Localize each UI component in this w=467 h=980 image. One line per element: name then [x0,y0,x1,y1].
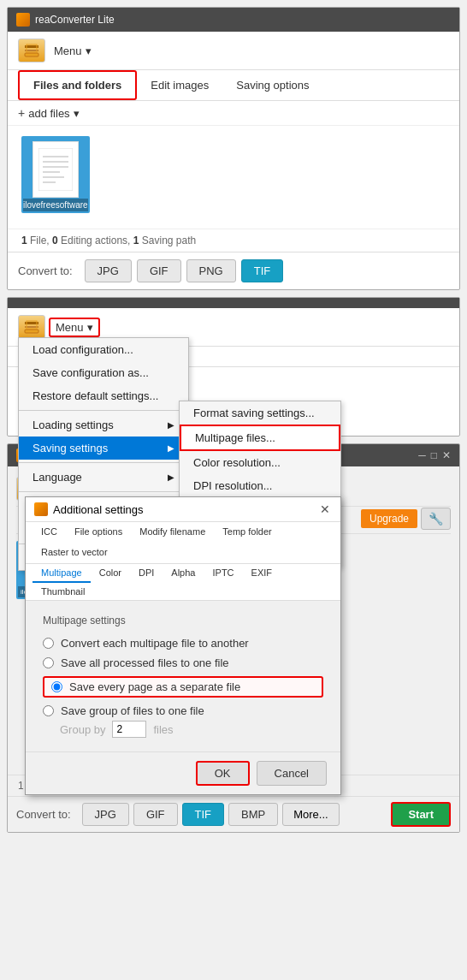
additional-settings-dialog: Additional settings ✕ ICC File options M… [25,496,341,795]
dialog-content: Multipage settings Convert each multipag… [26,601,340,751]
menu-button-2[interactable]: Menu ▾ [49,318,100,337]
menu-item-load-config[interactable]: Load configuration... [19,338,188,361]
dialog-tab-file-options[interactable]: File options [66,522,131,543]
s3-convert-bar: Convert to: JPG GIF TIF BMP More... Star… [8,796,459,832]
radio-save-all-one[interactable]: Save all processed files to one file [43,656,323,669]
dialog-tab-multipage[interactable]: Multipage [33,564,91,583]
format-tif-1[interactable]: TIF [241,259,284,282]
wrench-button[interactable]: 🔧 [421,508,451,530]
group-by-input[interactable] [112,721,146,738]
menu-arrow-language: ▶ [168,472,174,482]
add-files-bar-1: + add files ▾ [8,101,459,126]
submenu-color-resolution[interactable]: Color resolution... [180,451,340,474]
file-name-1: ilovefreesoftware.tif [23,199,88,211]
radio-group-multipage: Convert each multipage file to another S… [43,637,323,717]
upgrade-badge[interactable]: Upgrade [361,509,417,528]
radio-save-all-one-label: Save all processed files to one file [61,656,229,669]
dialog-tab-color[interactable]: Color [91,564,130,583]
add-files-button-1[interactable]: + add files ▾ [18,106,80,120]
menu-item-loading-settings[interactable]: Loading settings ▶ [19,413,188,437]
radio-convert-each-input[interactable] [43,638,54,649]
menu-arrow-loading: ▶ [168,420,174,430]
dialog-tab-temp-folder[interactable]: Temp folder [214,522,280,543]
add-files-label-1: add files [28,107,69,120]
tab-edit-images-1[interactable]: Edit images [137,72,222,98]
section2-window: Menu ▾ Files Saving options Load configu… [7,297,460,437]
radio-save-group[interactable]: Save group of files to one file [43,704,323,717]
dialog-tab-exif[interactable]: EXIF [243,564,281,583]
menu-item-load-config-label: Load configuration... [33,343,133,356]
status-file-count-1: 1 [21,235,27,246]
toolbar-1: Menu ▾ [8,32,459,70]
dialog-tab-alpha[interactable]: Alpha [163,564,204,583]
dialog-cancel-button[interactable]: Cancel [257,761,327,786]
add-files-arrow-1: ▾ [74,107,80,120]
status-bar-1: 1 File, 0 Editing actions, 1 Saving path [8,229,459,252]
menu-button-1[interactable]: Menu ▾ [49,43,97,59]
app-title-1: reaConverter Lite [35,14,115,26]
nav-tabs-1: Files and folders Edit images Saving opt… [8,70,459,101]
status-editing-1: 0 [52,235,58,246]
submenu-multipage-label: Multipage files... [195,431,275,444]
dialog-tab-modify-filename[interactable]: Modify filename [131,522,214,543]
menu-label-1: Menu [54,45,82,57]
menu-item-restore[interactable]: Restore default settings... [19,384,188,407]
start-button[interactable]: Start [391,802,451,827]
submenu-dpi-resolution[interactable]: DPI resolution... [180,474,340,497]
menu-arrow-1: ▾ [86,45,92,57]
dialog-tab-thumbnail[interactable]: Thumbnail [33,583,93,600]
dialog-close-button[interactable]: ✕ [318,502,332,516]
svg-rect-4 [38,148,73,191]
menu-sep-2 [19,462,188,463]
submenu-multipage[interactable]: Multipage files... [180,425,340,451]
status-saving-1: 1 [133,235,139,246]
dialog-tab-iptc[interactable]: IPTC [204,564,242,583]
radio-save-every-page-input[interactable] [51,681,62,692]
menu-item-language-label: Language [33,471,82,484]
radio-save-group-input[interactable] [43,705,54,716]
dialog-ok-button[interactable]: OK [196,761,250,786]
format-jpg-1[interactable]: JPG [85,259,132,282]
file-thumbnail-1[interactable]: ilovefreesoftware.tif [21,136,90,213]
convert-bar-1: Convert to: JPG GIF PNG TIF [8,252,459,289]
menu-item-language[interactable]: Language ▶ [19,466,188,489]
radio-save-group-label: Save group of files to one file [61,704,204,717]
titlebar-3-controls: ─ □ ✕ [418,449,451,461]
menu-item-saving-label: Saving settings [33,442,108,454]
submenu-format-saving[interactable]: Format saving settings... [180,401,340,425]
s3-format-tif[interactable]: TIF [182,803,225,826]
group-by-row: Group by files [60,721,323,738]
dialog-tab-raster-vector[interactable]: Raster to vector [33,543,116,563]
maximize-btn-3[interactable]: □ [431,449,437,461]
section3-window: reaConverter Lite ─ □ ✕ Menu [7,443,460,833]
menu-item-save-config[interactable]: Save configuration as... [19,361,188,384]
dialog-tab-dpi[interactable]: DPI [130,564,163,583]
radio-save-every-page[interactable]: Save every page as a separate file [43,676,323,698]
dialog-tab-icc[interactable]: ICC [33,522,66,543]
more-button[interactable]: More... [282,803,339,826]
dialog-tabs-row1: ICC File options Modify filename Temp fo… [26,522,340,564]
format-png-1[interactable]: PNG [186,259,236,282]
dialog-title-left: Additional settings [34,502,144,516]
s3-format-gif[interactable]: GIF [133,803,178,826]
menu-label-2: Menu [56,321,84,334]
dialog-titlebar: Additional settings ✕ [26,497,340,522]
group-by-suffix: files [153,723,173,736]
dialog-footer: OK Cancel [26,751,340,794]
menu-item-saving-settings[interactable]: Saving settings ▶ [19,437,188,460]
menu-item-save-config-label: Save configuration as... [33,366,149,379]
tab-saving-options-1[interactable]: Saving options [222,72,322,98]
menu-sep-3 [19,491,188,492]
radio-convert-each[interactable]: Convert each multipage file to another [43,637,323,650]
radio-save-all-one-input[interactable] [43,657,54,668]
dialog-tabs-row2: Multipage Color DPI Alpha IPTC EXIF Thum… [26,564,340,601]
s3-format-bmp[interactable]: BMP [228,803,278,826]
format-gif-1[interactable]: GIF [137,259,181,282]
minimize-btn-3[interactable]: ─ [418,449,426,461]
tab-files-folders-1[interactable]: Files and folders [18,70,137,100]
s3-format-jpg[interactable]: JPG [82,803,129,826]
menu-arrow-saving: ▶ [168,443,174,453]
doc-lines-icon [38,148,73,191]
close-btn-3[interactable]: ✕ [442,449,451,461]
dialog-title-text: Additional settings [53,503,144,516]
